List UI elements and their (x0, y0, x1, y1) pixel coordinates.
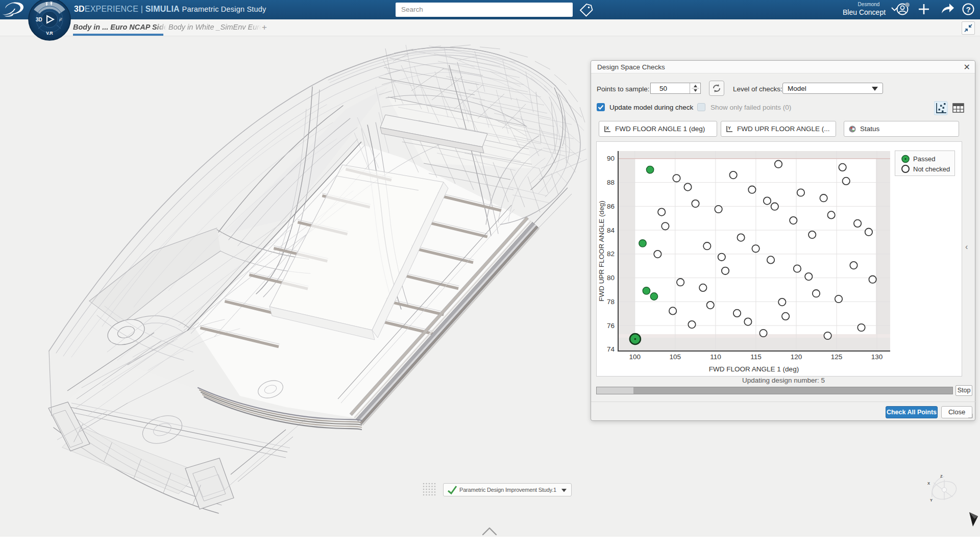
svg-text:3D: 3D (36, 17, 42, 22)
svg-text:?: ? (966, 5, 970, 14)
svg-text:X: X (927, 481, 930, 486)
svg-text:V.R: V.R (46, 31, 53, 36)
svg-text:Y: Y (930, 498, 933, 503)
svg-text:X: X (606, 126, 609, 131)
svg-text:Z: Z (940, 474, 943, 479)
svg-text:Y: Y (728, 126, 731, 131)
